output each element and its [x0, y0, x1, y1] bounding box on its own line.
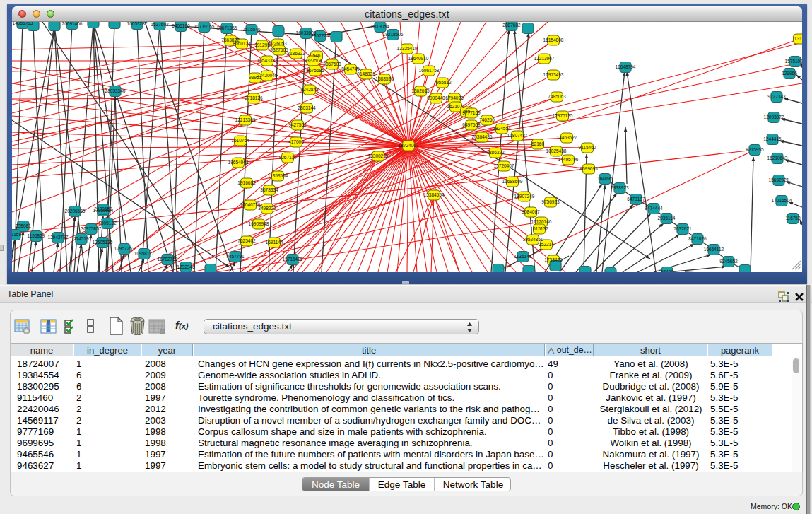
svg-text:8215955: 8215955 [746, 147, 764, 152]
svg-text:16648794: 16648794 [616, 64, 636, 69]
svg-text:12505135: 12505135 [93, 240, 113, 245]
svg-text:114519: 114519 [73, 236, 89, 241]
svg-text:9474444: 9474444 [645, 206, 663, 211]
svg-text:9427552: 9427552 [288, 122, 307, 127]
svg-text:546: 546 [313, 53, 321, 58]
svg-text:417006: 417006 [288, 139, 304, 144]
svg-text:9756923: 9756923 [541, 199, 560, 204]
svg-text:10653287: 10653287 [127, 22, 148, 26]
svg-text:1136141: 1136141 [514, 254, 532, 259]
svg-text:3498222: 3498222 [258, 206, 276, 211]
svg-text:9457791: 9457791 [226, 254, 245, 259]
svg-text:3824554: 3824554 [493, 126, 511, 131]
svg-text:18300295: 18300295 [368, 153, 389, 158]
svg-text:7632621: 7632621 [673, 226, 692, 231]
svg-text:2887682: 2887682 [502, 23, 521, 28]
svg-text:6497568: 6497568 [462, 122, 481, 127]
svg-text:92450: 92450 [661, 269, 673, 272]
svg-text:1156829: 1156829 [28, 233, 45, 238]
svg-text:17016504: 17016504 [772, 198, 792, 203]
svg-text:391295: 391295 [254, 42, 270, 47]
svg-text:15384554: 15384554 [424, 192, 445, 197]
svg-text:12213967: 12213967 [534, 56, 555, 61]
svg-text:1312: 1312 [794, 36, 802, 41]
svg-text:15716485: 15716485 [283, 257, 303, 262]
svg-text:15720407: 15720407 [494, 163, 514, 168]
svg-text:10958117: 10958117 [134, 251, 155, 256]
svg-text:6466160: 6466160 [172, 23, 190, 28]
svg-text:18724007: 18724007 [399, 143, 419, 148]
svg-text:9777169: 9777169 [462, 110, 481, 115]
svg-text:7357224: 7357224 [311, 33, 329, 38]
svg-text:3678334: 3678334 [260, 187, 278, 192]
svg-text:116753: 116753 [785, 216, 801, 221]
svg-text:14463627: 14463627 [557, 135, 577, 140]
svg-text:1615132: 1615132 [530, 226, 548, 231]
svg-text:1232346: 1232346 [177, 264, 195, 269]
svg-text:20364436: 20364436 [472, 134, 493, 139]
svg-text:16120746: 16120746 [531, 219, 552, 224]
svg-text:9115460: 9115460 [579, 145, 596, 150]
svg-text:10688609: 10688609 [502, 179, 523, 184]
svg-text:7515546: 7515546 [242, 27, 261, 32]
svg-text:5938923: 5938923 [611, 185, 629, 190]
svg-text:93961: 93961 [249, 75, 261, 80]
svg-text:2867608: 2867608 [323, 62, 341, 66]
svg-text:1527602: 1527602 [151, 22, 169, 27]
svg-text:14055713: 14055713 [13, 22, 33, 25]
svg-text:16210643: 16210643 [767, 156, 788, 160]
svg-text:10973493: 10973493 [543, 72, 564, 77]
svg-text:7625402: 7625402 [237, 238, 256, 243]
svg-text:8471626: 8471626 [688, 236, 707, 241]
svg-text:16782759: 16782759 [158, 257, 178, 262]
svg-text:17957253: 17957253 [114, 246, 135, 251]
svg-text:1244415: 1244415 [763, 136, 782, 141]
svg-text:13325419: 13325419 [397, 46, 418, 51]
svg-text:18907249: 18907249 [514, 194, 535, 199]
svg-text:1691144: 1691144 [266, 240, 283, 245]
svg-text:129966: 129966 [782, 71, 797, 76]
svg-text:9242848: 9242848 [300, 87, 319, 92]
svg-text:12093872: 12093872 [764, 115, 784, 119]
svg-text:28053346: 28053346 [105, 88, 126, 93]
svg-text:9327505: 9327505 [270, 47, 288, 52]
svg-text:8990448: 8990448 [427, 95, 445, 100]
svg-text:16543382: 16543382 [257, 58, 278, 63]
svg-text:2935114: 2935114 [658, 216, 676, 221]
svg-text:39159: 39159 [12, 232, 21, 237]
svg-text:1588520: 1588520 [375, 76, 394, 81]
svg-text:30975857: 30975857 [81, 226, 102, 231]
svg-text:164095: 164095 [597, 176, 613, 181]
svg-text:12975135: 12975135 [553, 113, 573, 118]
svg-text:10654112: 10654112 [704, 247, 724, 252]
svg-text:1621072: 1621072 [447, 104, 465, 109]
svg-text:8660124: 8660124 [233, 41, 251, 46]
svg-text:11353594: 11353594 [268, 173, 288, 178]
svg-text:10671355: 10671355 [217, 25, 237, 30]
svg-text:19218506: 19218506 [383, 32, 404, 37]
svg-text:12942737: 12942737 [48, 235, 69, 240]
svg-text:20206535: 20206535 [65, 209, 86, 214]
svg-text:9084067: 9084067 [522, 209, 540, 214]
svg-text:1905132: 1905132 [98, 221, 117, 226]
svg-text:19524851: 19524851 [523, 237, 543, 242]
svg-text:7886322: 7886322 [486, 150, 505, 155]
svg-text:10719155: 10719155 [194, 24, 215, 29]
svg-text:15692921: 15692921 [769, 177, 789, 182]
svg-text:746266: 746266 [479, 117, 495, 122]
svg-text:10807487: 10807487 [507, 133, 528, 138]
svg-text:16961758: 16961758 [419, 68, 440, 73]
svg-text:7955812: 7955812 [433, 80, 452, 85]
svg-text:20691406: 20691406 [62, 22, 83, 26]
svg-text:19654943: 19654943 [228, 160, 249, 165]
svg-text:16909948: 16909948 [249, 221, 269, 226]
svg-text:16154808: 16154808 [543, 37, 564, 42]
svg-text:10025438: 10025438 [546, 148, 567, 153]
svg-text:335061: 335061 [16, 223, 31, 228]
svg-text:7485063: 7485063 [548, 94, 566, 99]
svg-text:1610754: 1610754 [231, 138, 249, 143]
svg-text:3675685: 3675685 [306, 68, 324, 73]
svg-text:9245652: 9245652 [719, 259, 738, 264]
svg-text:9227343: 9227343 [767, 94, 786, 99]
svg-text:252214: 252214 [539, 242, 554, 247]
